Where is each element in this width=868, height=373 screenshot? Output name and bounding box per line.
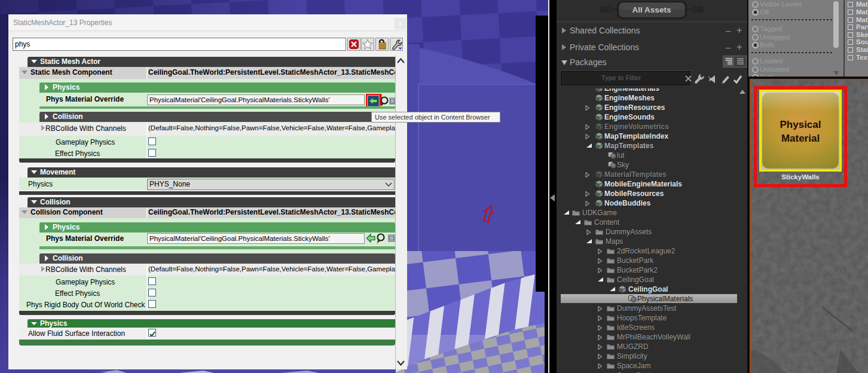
svg-text:All Assets: All Assets [632, 5, 671, 14]
